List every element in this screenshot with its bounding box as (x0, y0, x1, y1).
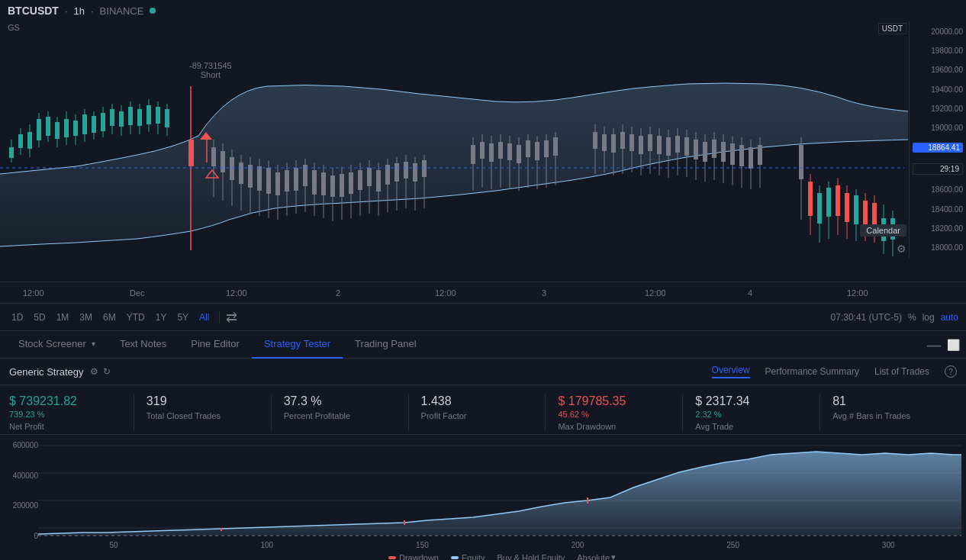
tf-5y[interactable]: 5Y (173, 311, 192, 324)
svg-rect-159 (854, 195, 858, 224)
svg-rect-91 (480, 142, 485, 159)
tab-text-notes[interactable]: Text Notes (108, 331, 179, 359)
separator: · (65, 5, 68, 17)
tf-6m[interactable]: 6M (99, 311, 120, 324)
y-0: 0 (0, 532, 38, 540)
tab-pine-editor[interactable]: Pine Editor (179, 331, 252, 359)
net-profit-label: Net Profit (9, 422, 121, 431)
strategy-nav-tabs: Overview Performance Summary List of Tra… (712, 365, 957, 378)
strategy-tab-performance[interactable]: Performance Summary (765, 366, 859, 377)
y-axis-labels: 600000 400000 200000 0 (0, 441, 37, 540)
help-icon[interactable]: ? (945, 365, 957, 378)
drawdown-dot (388, 556, 396, 559)
price-19800: 19800.00 (913, 47, 963, 55)
svg-rect-93 (489, 143, 494, 162)
strategy-tester-label: Strategy Tester (264, 338, 330, 349)
toolbar-time: 07:30:41 (UTC-5) (831, 312, 902, 323)
svg-rect-101 (526, 140, 530, 157)
absolute-button[interactable]: Absolute ▾ (577, 552, 616, 560)
exchange-label: BINANCE (100, 5, 144, 17)
svg-rect-145 (758, 145, 762, 165)
time-1200-1: 12:00 (23, 288, 44, 298)
svg-rect-129 (684, 137, 689, 156)
tab-trading-panel[interactable]: Trading Panel (343, 331, 428, 359)
strategy-tab-overview[interactable]: Overview (712, 365, 750, 378)
equity-chart-svg (38, 438, 966, 537)
stock-screener-label: Stock Screener (18, 338, 86, 349)
max-drawdown-label: Max Drawdown (558, 422, 670, 431)
svg-rect-37 (188, 140, 194, 166)
log-toggle[interactable]: log (923, 312, 935, 323)
price-19400: 19400.00 (913, 85, 963, 94)
svg-rect-99 (517, 145, 521, 163)
time-4: 4 (748, 288, 752, 298)
settings-icon[interactable]: ⚙ (90, 366, 98, 377)
x-50: 50 (109, 541, 118, 549)
time-2: 2 (336, 288, 340, 298)
svg-rect-1 (9, 147, 14, 158)
maximize-button[interactable]: ⬜ (947, 339, 960, 351)
tf-1d[interactable]: 1D (8, 311, 27, 324)
auto-toggle[interactable]: auto (941, 312, 958, 323)
bottom-panel: Generic Strategy ⚙ ↻ Overview Performanc… (0, 359, 966, 560)
svg-rect-125 (666, 137, 671, 156)
chart-canvas-area: GS -89.731545 Short (0, 21, 966, 258)
svg-rect-95 (498, 142, 503, 159)
svg-rect-111 (602, 134, 607, 151)
tf-1m[interactable]: 1M (53, 311, 73, 324)
tf-ytd[interactable]: YTD (123, 311, 149, 324)
svg-rect-87 (422, 160, 427, 177)
compare-icon[interactable]: ⇄ (226, 309, 237, 326)
percent-profitable-label: Percent Profitable (284, 411, 396, 420)
chart-settings-icon[interactable]: ⚙ (897, 243, 906, 255)
stat-net-profit: $ 739231.82 739.23 % Net Profit (9, 394, 134, 431)
tab-strategy-tester[interactable]: Strategy Tester (252, 331, 343, 359)
svg-rect-9 (46, 117, 50, 136)
live-dot (150, 8, 156, 14)
avg-bars-value: 81 (832, 394, 945, 408)
text-notes-label: Text Notes (120, 338, 166, 349)
tf-3m[interactable]: 3M (76, 311, 96, 324)
y-400k: 400000 (0, 471, 38, 480)
svg-rect-117 (630, 134, 634, 151)
equity-fill (38, 452, 961, 536)
toolbar-divider (219, 311, 220, 323)
symbol-label: BTCUSDT (8, 5, 59, 17)
svg-rect-105 (544, 140, 549, 157)
percent-profitable-value: 37.3 % (284, 394, 396, 408)
time-1200-5: 12:00 (847, 288, 868, 298)
svg-rect-7 (37, 119, 41, 140)
svg-rect-21 (101, 113, 105, 131)
legend-drawdown: Drawdown (388, 553, 439, 561)
svg-rect-47 (239, 163, 243, 184)
svg-rect-35 (165, 109, 169, 127)
tf-all[interactable]: All (195, 311, 213, 324)
stat-avg-trade: $ 2317.34 2.32 % Avg Trade (683, 394, 820, 431)
tf-1y[interactable]: 1Y (152, 311, 171, 324)
calendar-button[interactable]: Calendar (860, 224, 906, 237)
tab-stock-screener[interactable]: Stock Screener ▾ (6, 331, 108, 359)
minimize-button[interactable]: — (927, 338, 941, 352)
price-18600: 18600.00 (913, 185, 963, 194)
drawdown-label: Drawdown (399, 553, 439, 561)
avg-trade-sub: 2.32 % (695, 410, 807, 419)
svg-rect-73 (358, 170, 362, 190)
refresh-icon[interactable]: ↻ (103, 366, 111, 377)
current-price: 18864.41 (913, 143, 963, 153)
svg-rect-45 (230, 157, 234, 180)
chart-legend: Drawdown Equity Buy & Hold Equity Absolu… (38, 549, 966, 560)
price-axis: 20000.00 19800.00 19600.00 19400.00 1920… (909, 21, 966, 258)
tf-5d[interactable]: 5D (30, 311, 49, 324)
y-600k: 600000 (0, 441, 38, 449)
stats-row: $ 739231.82 739.23 % Net Profit 319 Tota… (0, 385, 966, 435)
strategy-tab-trades[interactable]: List of Trades (874, 366, 929, 377)
svg-rect-113 (611, 134, 616, 153)
svg-rect-71 (349, 172, 353, 194)
percent-toggle[interactable]: % (908, 312, 916, 323)
price-19600: 19600.00 (913, 66, 963, 74)
stat-profit-factor: 1.438 Profit Factor (409, 394, 546, 431)
svg-rect-15 (73, 121, 78, 136)
tab-controls: — ⬜ (927, 338, 960, 352)
x-200: 200 (572, 541, 584, 549)
svg-rect-65 (321, 172, 326, 195)
